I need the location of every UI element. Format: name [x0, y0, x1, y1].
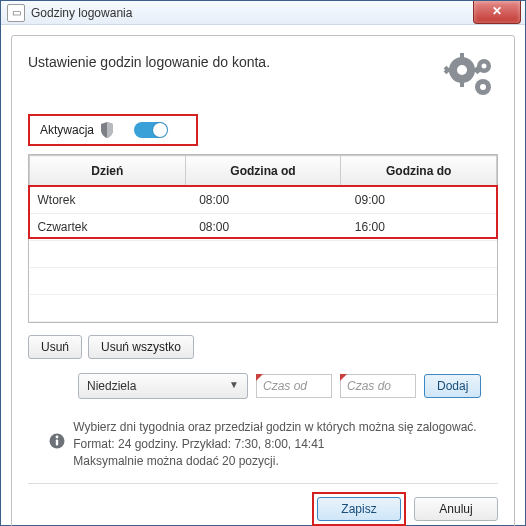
- activation-section: Aktywacja: [28, 114, 198, 146]
- add-row: Niedziela ▼ Dodaj: [28, 373, 498, 399]
- time-from-wrapper: [256, 374, 332, 398]
- col-day[interactable]: Dzień: [30, 156, 186, 187]
- info-block: Wybierz dni tygodnia oraz przedział godz…: [28, 419, 498, 469]
- info-text: Wybierz dni tygodnia oraz przedział godz…: [73, 419, 476, 469]
- svg-rect-2: [460, 53, 464, 59]
- content-area: Ustawienie godzin logowanie do konta.: [1, 25, 525, 526]
- activation-toggle[interactable]: [134, 122, 168, 138]
- delete-row: Usuń Usuń wszystko: [28, 335, 498, 359]
- delete-all-button[interactable]: Usuń wszystko: [88, 335, 194, 359]
- footer-row: Zapisz Anuluj: [28, 483, 498, 526]
- info-icon: [49, 433, 65, 469]
- time-to-input[interactable]: [340, 374, 416, 398]
- day-dropdown[interactable]: Niedziela ▼: [78, 373, 248, 399]
- panel-subtitle: Ustawienie godzin logowanie do konta.: [28, 50, 270, 70]
- toggle-knob: [153, 123, 167, 137]
- cell-to: 09:00: [341, 187, 497, 214]
- cell-from: 08:00: [185, 187, 341, 214]
- svg-point-1: [457, 65, 467, 75]
- cancel-button[interactable]: Anuluj: [414, 497, 498, 521]
- delete-button[interactable]: Usuń: [28, 335, 82, 359]
- table-row[interactable]: Wtorek 08:00 09:00: [30, 187, 497, 214]
- add-button[interactable]: Dodaj: [424, 374, 481, 398]
- time-to-wrapper: [340, 374, 416, 398]
- col-to[interactable]: Godzina do: [341, 156, 497, 187]
- col-from[interactable]: Godzina od: [185, 156, 341, 187]
- cell-day: Wtorek: [30, 187, 186, 214]
- svg-point-15: [56, 436, 59, 439]
- close-icon: ✕: [492, 4, 502, 18]
- main-panel: Ustawienie godzin logowanie do konta.: [11, 35, 515, 526]
- day-dropdown-value: Niedziela: [87, 379, 136, 393]
- shield-icon: [100, 122, 114, 138]
- cell-day: Czwartek: [30, 214, 186, 241]
- dialog-window: ▭ Godziny logowania ✕ Ustawienie godzin …: [0, 0, 526, 526]
- window-title: Godziny logowania: [31, 6, 473, 20]
- cell-to: 16:00: [341, 214, 497, 241]
- panel-header: Ustawienie godzin logowanie do konta.: [28, 50, 498, 102]
- table-row-empty: .: [30, 241, 497, 268]
- table-row-empty: .: [30, 295, 497, 322]
- table-row-empty: .: [30, 268, 497, 295]
- info-line-2: Format: 24 godziny. Przykład: 7:30, 8:00…: [73, 436, 476, 453]
- svg-rect-3: [460, 81, 464, 87]
- svg-point-13: [480, 84, 486, 90]
- chevron-down-icon: ▼: [229, 379, 239, 390]
- hours-table: Dzień Godzina od Godzina do Wtorek 08:00…: [28, 154, 498, 323]
- save-button[interactable]: Zapisz: [317, 497, 401, 521]
- gears-icon: [442, 50, 498, 100]
- svg-rect-16: [56, 440, 58, 446]
- time-from-input[interactable]: [256, 374, 332, 398]
- table-row[interactable]: Czwartek 08:00 16:00: [30, 214, 497, 241]
- activation-label: Aktywacja: [40, 123, 94, 137]
- info-line-3: Maksymalnie można dodać 20 pozycji.: [73, 453, 476, 470]
- svg-point-11: [482, 64, 487, 69]
- close-button[interactable]: ✕: [473, 1, 521, 24]
- titlebar: ▭ Godziny logowania ✕: [1, 1, 525, 25]
- save-highlight: Zapisz: [312, 492, 406, 526]
- app-icon: ▭: [7, 4, 25, 22]
- table-area: Dzień Godzina od Godzina do Wtorek 08:00…: [28, 154, 498, 335]
- cell-from: 08:00: [185, 214, 341, 241]
- info-line-1: Wybierz dni tygodnia oraz przedział godz…: [73, 419, 476, 436]
